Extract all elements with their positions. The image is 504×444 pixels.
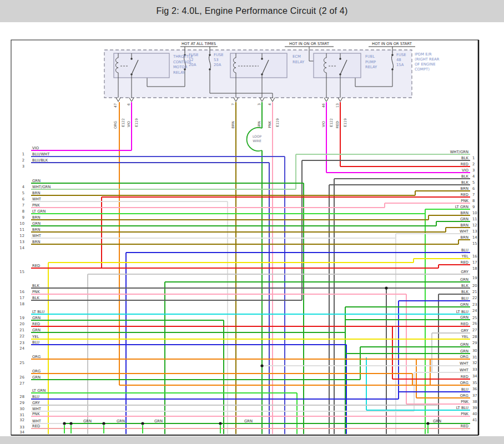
svg-text:28: 28 [472,335,477,339]
svg-text:YEL: YEL [461,254,468,259]
svg-text:18: 18 [19,302,24,306]
svg-text:11: 11 [19,228,24,232]
svg-text:COMPT): COMPT) [415,67,430,72]
svg-text:LT GRN: LT GRN [32,209,46,214]
svg-text:22: 22 [472,296,477,300]
svg-text:28: 28 [19,395,24,399]
svg-text:LT GRN: LT GRN [32,389,46,393]
svg-text:41: 41 [472,418,477,422]
svg-text:12: 12 [19,234,24,238]
svg-text:RED: RED [335,121,339,128]
svg-text:6: 6 [472,186,475,191]
svg-text:ORG: ORG [460,355,468,359]
svg-text:WHT: WHT [460,361,469,366]
svg-text:BLU: BLU [461,248,468,253]
svg-text:BRN: BRN [32,215,40,220]
svg-text:GRN: GRN [460,217,468,221]
svg-text:3: 3 [472,168,475,173]
svg-text:GRN: GRN [32,316,41,320]
svg-text:PNK: PNK [461,400,468,404]
svg-text:2: 2 [472,162,475,167]
svg-text:RED: RED [461,162,468,167]
svg-text:3: 3 [257,103,261,105]
svg-text:14: 14 [19,246,24,250]
svg-text:YEL: YEL [32,335,39,339]
svg-text:30: 30 [472,349,477,353]
svg-text:BLK: BLK [461,180,468,185]
svg-text:27: 27 [472,328,477,332]
svg-text:PUMP: PUMP [365,60,376,64]
svg-text:OF ENGINE: OF ENGINE [415,62,435,67]
svg-text:GRN: GRN [32,328,41,332]
svg-text:25: 25 [19,361,24,365]
svg-text:RED: RED [461,322,468,326]
svg-text:10: 10 [19,221,24,226]
svg-text:RED: RED [461,260,468,265]
svg-text:5: 5 [472,180,475,185]
svg-text:GRN: GRN [154,419,163,423]
svg-text:LT BLU: LT BLU [456,406,468,410]
svg-text:24: 24 [19,346,24,351]
svg-text:13: 13 [472,229,477,234]
svg-text:PNK: PNK [32,203,40,208]
svg-text:BLU/WHT: BLU/WHT [32,152,50,157]
svg-text:24: 24 [472,309,477,313]
svg-text:20: 20 [19,322,24,326]
svg-text:38: 38 [472,400,477,404]
svg-text:PNK: PNK [461,199,468,203]
svg-text:34: 34 [19,430,24,435]
svg-text:CONTROL: CONTROL [173,60,191,64]
svg-text:E119: E119 [275,118,279,127]
svg-text:47: 47 [113,103,117,108]
svg-text:RED: RED [32,264,40,268]
svg-text:10: 10 [472,211,477,215]
svg-text:37: 37 [472,393,477,398]
svg-text:7: 7 [472,193,475,197]
svg-text:LOOP: LOOP [253,134,262,138]
svg-text:11: 11 [472,217,477,221]
svg-text:14: 14 [472,235,477,240]
svg-text:WHT/GRN: WHT/GRN [32,185,51,189]
svg-text:27: 27 [19,381,24,386]
svg-text:32: 32 [19,418,24,422]
svg-text:ORG: ORG [32,369,41,374]
svg-text:20A: 20A [214,63,221,67]
svg-text:GRY: GRY [461,270,469,274]
svg-text:RELAY: RELAY [173,70,185,75]
svg-text:17: 17 [19,296,24,300]
svg-text:BRN: BRN [231,121,235,129]
svg-text:HOT IN ON OR START: HOT IN ON OR START [372,42,412,46]
svg-text:BLK: BLK [32,284,39,288]
svg-text:22: 22 [19,334,24,339]
svg-text:GRN: GRN [117,419,125,423]
svg-text:19: 19 [19,316,24,320]
svg-text:RELAY: RELAY [293,60,305,64]
svg-text:LT BLU: LT BLU [456,310,468,314]
svg-text:THROTTLE: THROTTLE [173,54,193,59]
svg-text:BRN: BRN [32,191,40,195]
svg-text:BRN: BRN [461,211,468,215]
svg-text:33: 33 [472,367,477,372]
svg-text:WIRE: WIRE [253,139,261,143]
svg-text:39: 39 [472,406,477,410]
svg-text:RELAY: RELAY [365,65,377,69]
svg-text:E119: E119 [134,118,138,127]
svg-text:FUSE: FUSE [214,53,224,57]
svg-text:GRN: GRN [460,342,468,347]
svg-text:PNK: PNK [32,290,40,294]
svg-text:GRN: GRN [460,302,468,307]
svg-text:WHT: WHT [32,197,42,201]
svg-text:PNK: PNK [268,120,271,128]
svg-text:15: 15 [472,241,477,246]
svg-text:GRN: GRN [460,278,468,282]
svg-text:25: 25 [472,316,477,320]
svg-text:FUSE: FUSE [396,53,406,57]
svg-text:VIO: VIO [462,168,468,173]
svg-text:19: 19 [472,276,477,280]
svg-text:E122: E122 [121,118,125,127]
svg-text:ORG: ORG [460,381,468,385]
svg-text:ECM: ECM [293,54,301,59]
svg-text:BRN: BRN [461,223,468,228]
svg-text:4: 4 [22,185,24,189]
svg-text:MOTOR: MOTOR [173,65,188,69]
